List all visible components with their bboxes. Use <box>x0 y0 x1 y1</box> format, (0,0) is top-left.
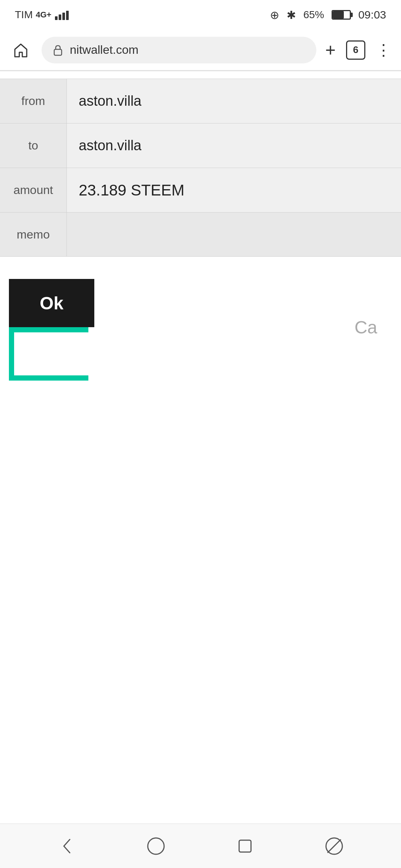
url-bar[interactable]: nitwallet.com <box>42 37 316 63</box>
network-type: 4G+ <box>36 10 51 20</box>
bluetooth-icon: ✱ <box>287 9 296 22</box>
time: 09:03 <box>358 9 386 21</box>
tabs-count: 6 <box>353 44 358 56</box>
tabs-button[interactable]: 6 <box>346 40 365 60</box>
svg-rect-1 <box>59 14 61 20</box>
browser-bar: nitwallet.com + 6 ⋮ <box>0 30 401 70</box>
recents-icon <box>235 836 255 857</box>
form-container: from aston.villa to aston.villa amount 2… <box>0 71 401 264</box>
to-row: to aston.villa <box>0 123 401 168</box>
ok-button-shadow <box>9 327 14 375</box>
svg-point-5 <box>148 838 164 854</box>
accessibility-icon <box>324 836 345 857</box>
home-nav-button[interactable] <box>141 831 171 861</box>
lock-icon <box>52 44 64 56</box>
amount-label: amount <box>0 168 67 212</box>
back-button[interactable] <box>52 831 82 861</box>
ok-button-wrapper: Ok <box>9 279 94 375</box>
new-tab-button[interactable]: + <box>325 41 336 59</box>
carrier-info: TIM 4G+ <box>15 9 72 21</box>
cancel-button[interactable]: Ca <box>355 317 392 338</box>
amount-row: amount 23.189 STEEM <box>0 168 401 212</box>
ok-button-shadow-bottom <box>9 375 88 381</box>
url-text: nitwallet.com <box>70 43 306 57</box>
ok-button[interactable]: Ok <box>9 279 94 327</box>
svg-rect-4 <box>54 49 62 55</box>
from-label: from <box>0 79 67 123</box>
home-nav-icon <box>146 836 166 857</box>
status-bar: TIM 4G+ ⊕ ✱ 65% 09:03 <box>0 0 401 30</box>
battery-percent: 65% <box>303 9 324 21</box>
memo-label: memo <box>0 213 67 256</box>
battery-icon <box>332 10 351 20</box>
from-row: from aston.villa <box>0 79 401 123</box>
accessibility-button[interactable] <box>319 831 349 861</box>
status-right: ⊕ ✱ 65% 09:03 <box>270 9 386 22</box>
memo-value <box>67 213 401 256</box>
carrier-name: TIM <box>15 9 33 21</box>
back-icon <box>56 836 77 857</box>
from-value: aston.villa <box>67 79 401 123</box>
home-button[interactable] <box>9 38 33 62</box>
bottom-nav <box>0 823 401 868</box>
signal-icon <box>54 10 72 20</box>
recycle-icon: ⊕ <box>270 9 279 22</box>
memo-row: memo <box>0 212 401 257</box>
browser-actions: + 6 ⋮ <box>325 40 392 60</box>
to-label: to <box>0 124 67 168</box>
buttons-row: Ok Ca <box>0 264 401 390</box>
recents-button[interactable] <box>230 831 260 861</box>
svg-rect-3 <box>66 11 69 20</box>
svg-rect-6 <box>239 840 251 852</box>
svg-rect-2 <box>62 13 65 20</box>
svg-rect-0 <box>55 16 58 20</box>
more-menu-button[interactable]: ⋮ <box>376 41 392 59</box>
svg-line-8 <box>327 839 341 853</box>
home-icon <box>12 41 30 59</box>
to-value: aston.villa <box>67 124 401 168</box>
amount-value: 23.189 STEEM <box>67 168 401 212</box>
